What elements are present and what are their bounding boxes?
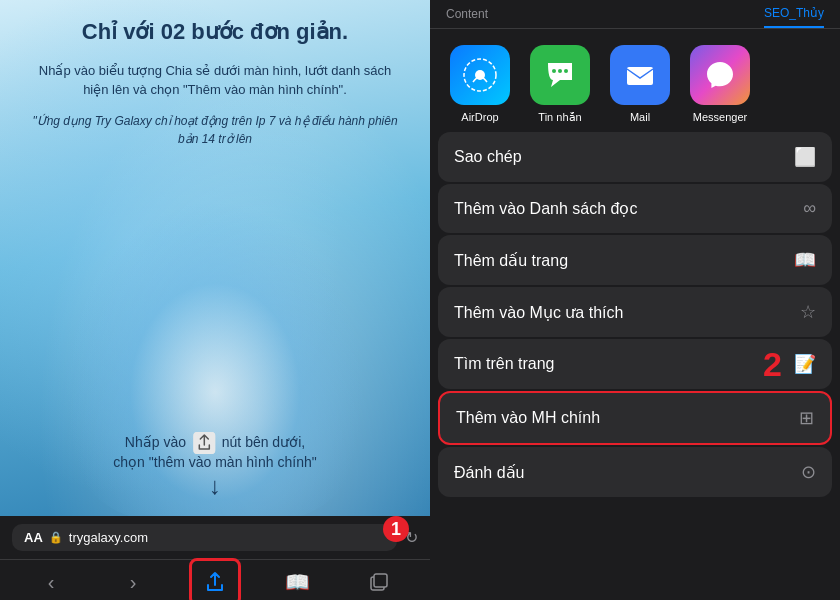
svg-point-6 xyxy=(558,69,562,73)
find-icon: 📝 xyxy=(794,353,816,375)
app-messenger[interactable]: Messenger xyxy=(680,45,760,124)
subtitle-text: Nhấp vào biểu tượng Chia sẻ dưới màn hìn… xyxy=(30,61,400,100)
navigation-bar: ‹ › 📖 xyxy=(0,560,430,600)
menu-item-find[interactable]: Tìm trên trang 2 📝 xyxy=(438,339,832,389)
step-badge-2: 2 xyxy=(763,347,782,381)
app-messages[interactable]: Tin nhắn xyxy=(520,45,600,124)
share-sheet-header: Content SEO_Thủy xyxy=(430,0,840,29)
url-text-area[interactable]: AA 🔒 trygalaxy.com 1 xyxy=(12,524,397,551)
app-airdrop[interactable]: AirDrop xyxy=(440,45,520,124)
tap-line1: Nhấp vào xyxy=(125,434,186,450)
right-panel: Content SEO_Thủy AirDrop xyxy=(430,0,840,600)
tab-content[interactable]: Content xyxy=(446,7,488,27)
share-icon-inline xyxy=(193,432,215,454)
url-aa-label: AA xyxy=(24,530,43,545)
lock-icon: 🔒 xyxy=(49,531,63,544)
menu-item-find-label: Tìm trên trang xyxy=(454,355,554,373)
menu-item-favorites-label: Thêm vào Mục ưa thích xyxy=(454,303,623,322)
mail-icon xyxy=(610,45,670,105)
browser-bar: AA 🔒 trygalaxy.com 1 ↻ ‹ › 📖 xyxy=(0,516,430,600)
reading-list-icon: ∞ xyxy=(803,198,816,219)
url-bar: AA 🔒 trygalaxy.com 1 ↻ xyxy=(0,516,430,560)
menu-item-reading-list-label: Thêm vào Danh sách đọc xyxy=(454,199,637,218)
step-badge-1: 1 xyxy=(383,516,409,542)
menu-item-reading-list[interactable]: Thêm vào Danh sách đọc ∞ xyxy=(438,184,832,233)
share-apps-row: AirDrop Tin nhắn Mail xyxy=(430,29,840,132)
menu-item-bookmark-label: Thêm dấu trang xyxy=(454,251,568,270)
left-panel: Chỉ với 02 bước đơn giản. Nhấp vào biểu … xyxy=(0,0,430,600)
bookmark-icon: 📖 xyxy=(794,249,816,271)
arrow-down: ↓ xyxy=(209,472,221,500)
favorites-icon: ☆ xyxy=(800,301,816,323)
tap-line3: chọn "thêm vào màn hình chính" xyxy=(113,454,316,470)
note-text: "Ứng dụng Try Galaxy chỉ hoạt động trên … xyxy=(30,112,400,148)
messages-icon xyxy=(530,45,590,105)
menu-item-add-home[interactable]: Thêm vào MH chính ⊞ xyxy=(438,391,832,445)
main-title: Chỉ với 02 bước đơn giản. xyxy=(82,18,348,47)
share-button-wrapper xyxy=(197,564,233,600)
url-domain: trygalaxy.com xyxy=(69,530,385,545)
bookmarks-button[interactable]: 📖 xyxy=(279,564,315,600)
share-button[interactable] xyxy=(197,564,233,600)
menu-item-markup[interactable]: Đánh dấu ⊙ xyxy=(438,447,832,497)
tap-instruction: Nhấp vào nút bên dưới, chọn "thêm vào mà… xyxy=(113,432,316,470)
back-button[interactable]: ‹ xyxy=(33,564,69,600)
svg-point-5 xyxy=(552,69,556,73)
messenger-label: Messenger xyxy=(693,111,747,123)
menu-item-add-home-label: Thêm vào MH chính xyxy=(456,409,600,427)
tap-line2: nút bên dưới, xyxy=(222,434,305,450)
tab-seo[interactable]: SEO_Thủy xyxy=(764,6,824,28)
airdrop-label: AirDrop xyxy=(461,111,498,123)
tabs-button[interactable] xyxy=(361,564,397,600)
mail-label: Mail xyxy=(630,111,650,123)
app-mail[interactable]: Mail xyxy=(600,45,680,124)
add-home-icon: ⊞ xyxy=(799,407,814,429)
menu-item-bookmark[interactable]: Thêm dấu trang 📖 xyxy=(438,235,832,285)
markup-icon: ⊙ xyxy=(801,461,816,483)
svg-rect-2 xyxy=(374,574,387,587)
airdrop-icon xyxy=(450,45,510,105)
menu-item-copy-label: Sao chép xyxy=(454,148,522,166)
messages-label: Tin nhắn xyxy=(538,111,581,124)
copy-icon: ⬜ xyxy=(794,146,816,168)
left-content: Chỉ với 02 bước đơn giản. Nhấp vào biểu … xyxy=(0,0,430,148)
svg-point-7 xyxy=(564,69,568,73)
svg-rect-8 xyxy=(627,67,653,85)
menu-item-favorites[interactable]: Thêm vào Mục ưa thích ☆ xyxy=(438,287,832,337)
share-menu-list: Sao chép ⬜ Thêm vào Danh sách đọc ∞ Thêm… xyxy=(430,132,840,600)
messenger-icon xyxy=(690,45,750,105)
forward-button[interactable]: › xyxy=(115,564,151,600)
menu-item-copy[interactable]: Sao chép ⬜ xyxy=(438,132,832,182)
menu-item-markup-label: Đánh dấu xyxy=(454,463,525,482)
